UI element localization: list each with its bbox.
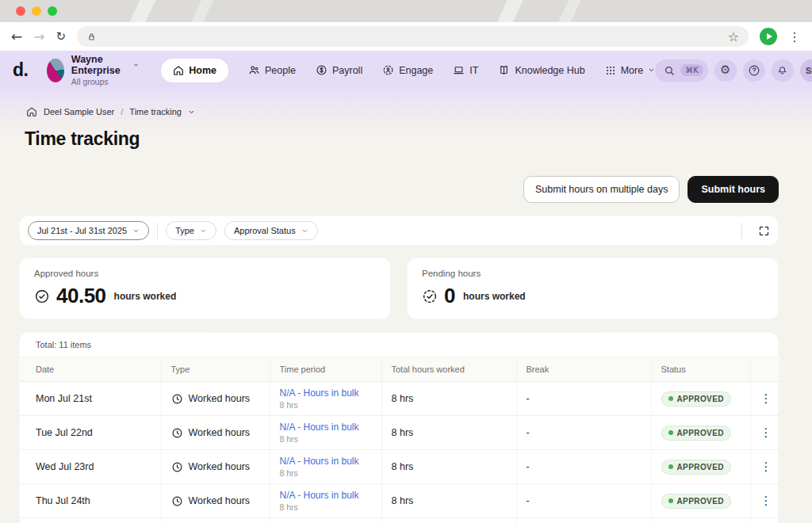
tab-it[interactable]: IT xyxy=(453,64,478,76)
forward-icon[interactable]: → xyxy=(33,30,44,44)
pending-hours-unit: hours worked xyxy=(463,291,526,302)
gear-icon: ⚙ xyxy=(720,64,730,76)
row-menu-icon[interactable]: ⋮ xyxy=(760,494,772,508)
row-menu-icon[interactable]: ⋮ xyxy=(760,391,772,406)
check-circle-icon xyxy=(34,288,50,304)
filter-divider xyxy=(157,223,158,239)
close-window-button[interactable] xyxy=(16,6,25,16)
total-hours-cell: 8 hrs xyxy=(381,450,516,484)
user-avatar[interactable]: SL xyxy=(800,59,812,82)
total-hours-cell: 8 hrs xyxy=(381,484,516,518)
window-titlebar xyxy=(0,0,812,22)
deel-logo[interactable]: d. xyxy=(13,59,28,81)
clock-icon xyxy=(171,393,183,405)
clock-icon xyxy=(171,495,183,507)
fullscreen-button[interactable] xyxy=(758,225,770,237)
row-menu-icon[interactable]: ⋮ xyxy=(760,426,772,440)
tab-more[interactable]: More xyxy=(605,65,655,76)
search-icon xyxy=(664,65,675,76)
notifications-button[interactable] xyxy=(772,59,794,82)
break-cell: - xyxy=(516,484,651,518)
chevron-down-icon xyxy=(648,67,655,74)
people-icon xyxy=(248,64,260,76)
status-dot-icon xyxy=(668,396,673,401)
browser-menu-icon[interactable]: ⋮ xyxy=(788,29,801,44)
help-icon xyxy=(748,64,760,77)
table-row: Thu Jul 24th Worked hours N/A - Hours in… xyxy=(20,484,779,518)
status-dot-icon xyxy=(668,464,673,469)
clock-icon xyxy=(171,461,183,473)
browser-toolbar: ← → ↻ ☆ ⋮ xyxy=(0,22,812,51)
zoom-window-button[interactable] xyxy=(48,6,57,16)
breadcrumb-user[interactable]: Deel Sample User xyxy=(44,107,114,116)
bookmark-star-icon[interactable]: ☆ xyxy=(728,29,739,44)
date-cell: Mon Jul 21st xyxy=(20,382,161,416)
summary-cards: Approved hours 40.50 hours worked Pendin… xyxy=(19,258,779,319)
tab-people[interactable]: People xyxy=(248,64,296,76)
breadcrumb-current[interactable]: Time tracking xyxy=(129,107,182,116)
fullscreen-icon xyxy=(758,225,770,237)
tab-payroll[interactable]: Payroll xyxy=(316,64,362,76)
type-filter[interactable]: Type xyxy=(166,221,216,240)
date-range-filter[interactable]: Jul 21st - Jul 31st 2025 xyxy=(28,221,149,240)
org-subtitle: All groups xyxy=(71,77,139,86)
search-button[interactable]: ⌘K xyxy=(655,59,708,82)
tab-engage[interactable]: Engage xyxy=(382,64,433,76)
submit-hours-multiple-days-button[interactable]: Submit hours on multiple days xyxy=(523,176,680,203)
status-dot-icon xyxy=(668,430,673,435)
time-period-link[interactable]: N/A - Hours in bulk xyxy=(280,387,372,399)
pending-hours-value: 0 xyxy=(444,284,455,308)
tab-home[interactable]: Home xyxy=(161,59,228,82)
chevron-down-icon xyxy=(132,227,140,235)
approval-status-filter[interactable]: Approval Status xyxy=(224,221,318,240)
time-period-sub: 8 hrs xyxy=(280,468,372,478)
lock-icon xyxy=(86,32,97,42)
time-period-link[interactable]: N/A - Hours in bulk xyxy=(280,422,372,433)
submit-hours-button[interactable]: Submit hours xyxy=(688,176,779,203)
tab-home-label: Home xyxy=(189,65,216,76)
tab-more-label: More xyxy=(621,65,643,76)
approved-hours-label: Approved hours xyxy=(34,269,376,278)
minimize-window-button[interactable] xyxy=(32,6,41,16)
status-badge: APPROVED xyxy=(661,426,731,441)
chevron-down-icon xyxy=(200,227,207,235)
main-nav: Home People Payroll Engage IT Knowledge … xyxy=(161,59,655,82)
tab-it-label: IT xyxy=(469,65,478,76)
address-bar[interactable]: ☆ xyxy=(77,26,749,47)
table-total-count: Total: 11 items xyxy=(20,333,778,357)
break-cell: - xyxy=(516,382,651,416)
grid-icon xyxy=(605,65,616,76)
break-cell: - xyxy=(516,450,651,484)
chevron-down-icon xyxy=(301,227,308,235)
settings-button[interactable]: ⚙ xyxy=(714,59,737,82)
reload-icon[interactable]: ↻ xyxy=(56,31,67,43)
date-cell: Tue Jul 22nd xyxy=(20,416,161,450)
app-header: d. Wayne Enterprise All groups Home Peop… xyxy=(0,51,812,90)
time-period-sub: 8 hrs xyxy=(280,434,372,444)
column-header-status: Status xyxy=(651,357,750,382)
search-shortcut-badge: ⌘K xyxy=(680,64,703,76)
help-button[interactable] xyxy=(743,59,765,82)
org-name: Wayne Enterprise xyxy=(71,54,130,76)
approved-hours-card: Approved hours 40.50 hours worked xyxy=(19,258,391,319)
tab-knowledge-hub[interactable]: Knowledge Hub xyxy=(498,64,584,76)
approval-status-filter-label: Approval Status xyxy=(234,226,296,235)
status-badge: APPROVED xyxy=(661,494,731,509)
tab-payroll-label: Payroll xyxy=(332,65,362,76)
row-menu-icon[interactable]: ⋮ xyxy=(760,460,772,474)
time-period-link[interactable]: N/A - Hours in bulk xyxy=(280,490,372,501)
extension-play-icon[interactable] xyxy=(760,28,777,45)
org-avatar xyxy=(47,59,63,82)
breadcrumb-separator: / xyxy=(121,107,123,116)
pending-hours-label: Pending hours xyxy=(422,269,764,278)
type-filter-label: Type xyxy=(175,226,194,235)
pending-hours-card: Pending hours 0 hours worked xyxy=(407,258,779,319)
org-switcher[interactable]: Wayne Enterprise All groups xyxy=(47,54,139,86)
filter-bar: Jul 21st - Jul 31st 2025 Type Approval S… xyxy=(19,216,779,246)
time-period-link[interactable]: N/A - Hours in bulk xyxy=(280,456,372,467)
chevron-down-icon[interactable] xyxy=(188,109,195,116)
column-header-time-period: Time period xyxy=(270,357,381,382)
home-icon[interactable] xyxy=(26,106,37,117)
filter-divider xyxy=(741,223,742,239)
back-icon[interactable]: ← xyxy=(11,30,22,44)
